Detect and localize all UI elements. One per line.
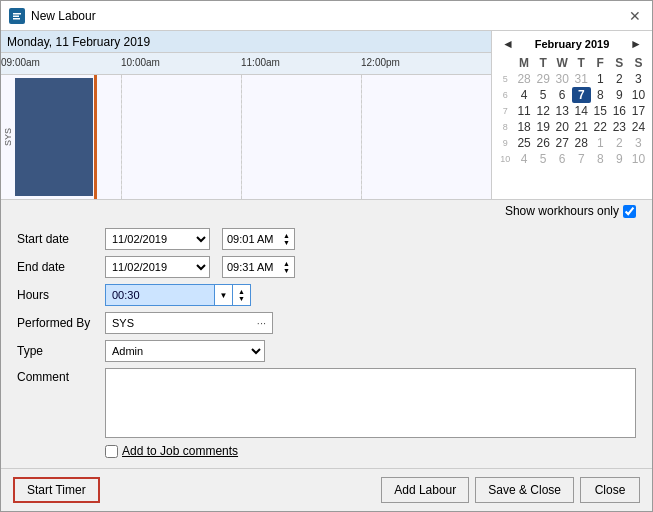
- start-timer-button[interactable]: Start Timer: [13, 477, 100, 503]
- calendar-day[interactable]: 21: [572, 119, 591, 135]
- calendar-day[interactable]: 8: [591, 151, 610, 167]
- calendar-day[interactable]: 12: [534, 103, 553, 119]
- calendar-day[interactable]: 3: [629, 71, 648, 87]
- calendar-day[interactable]: 9: [610, 87, 629, 103]
- calendar-day[interactable]: 24: [629, 119, 648, 135]
- calendar-day[interactable]: 17: [629, 103, 648, 119]
- performed-by-input[interactable]: SYS ···: [105, 312, 273, 334]
- calendar-day[interactable]: 14: [572, 103, 591, 119]
- svg-rect-1: [13, 13, 21, 15]
- calendar-day[interactable]: 2: [610, 135, 629, 151]
- calendar-day[interactable]: 28: [515, 71, 534, 87]
- calendar-area: ◄ February 2019 ► M T W T F S S: [492, 31, 652, 199]
- calendar-day[interactable]: 11: [515, 103, 534, 119]
- timeline-area: Monday, 11 February 2019 09:00am 10:00am…: [1, 31, 492, 199]
- calendar-day[interactable]: 1: [591, 71, 610, 87]
- add-labour-button[interactable]: Add Labour: [381, 477, 469, 503]
- comment-label: Comment: [17, 368, 97, 384]
- calendar-day[interactable]: 10: [629, 151, 648, 167]
- calendar-day[interactable]: 18: [515, 119, 534, 135]
- save-close-button[interactable]: Save & Close: [475, 477, 574, 503]
- day-header-s2: S: [629, 55, 648, 71]
- hours-label: Hours: [17, 288, 97, 302]
- form-area: Start date 11/02/2019 09:01 AM ▲ ▼ End d…: [1, 218, 652, 468]
- end-time-spinners: ▲ ▼: [283, 260, 290, 274]
- start-date-row: Start date 11/02/2019 09:01 AM ▲ ▼: [17, 228, 636, 250]
- add-to-job-label[interactable]: Add to Job comments: [122, 444, 238, 458]
- start-time-down-btn[interactable]: ▼: [283, 239, 290, 246]
- show-workhours-checkbox[interactable]: [623, 205, 636, 218]
- close-button[interactable]: ✕: [626, 7, 644, 25]
- timeline-body: SYS: [1, 75, 491, 199]
- week-number: 9: [496, 135, 515, 151]
- show-workhours-label[interactable]: Show workhours only: [505, 204, 640, 218]
- calendar-day[interactable]: 15: [591, 103, 610, 119]
- calendar-day[interactable]: 10: [629, 87, 648, 103]
- calendar-day[interactable]: 26: [534, 135, 553, 151]
- hours-dropdown-btn[interactable]: ▼: [215, 284, 233, 306]
- calendar-day[interactable]: 16: [610, 103, 629, 119]
- add-to-job-checkbox[interactable]: [105, 445, 118, 458]
- calendar-next-btn[interactable]: ►: [628, 37, 644, 51]
- calendar-day[interactable]: 28: [572, 135, 591, 151]
- calendar-day[interactable]: 30: [553, 71, 572, 87]
- calendar-day[interactable]: 4: [515, 87, 534, 103]
- start-time-spinners: ▲ ▼: [283, 232, 290, 246]
- end-time-down-btn[interactable]: ▼: [283, 267, 290, 274]
- performed-by-ellipsis: ···: [257, 317, 266, 329]
- calendar-day[interactable]: 1: [591, 135, 610, 151]
- calendar-day[interactable]: 8: [591, 87, 610, 103]
- hours-value: 00:30: [112, 289, 140, 301]
- hours-up-btn[interactable]: ▲: [238, 288, 245, 295]
- end-time-up-btn[interactable]: ▲: [283, 260, 290, 267]
- calendar-day[interactable]: 9: [610, 151, 629, 167]
- hours-down-btn[interactable]: ▼: [238, 295, 245, 302]
- bottom-bar: Start Timer Add Labour Save & Close Clos…: [1, 468, 652, 511]
- calendar-day[interactable]: 7: [572, 151, 591, 167]
- week-number: 10: [496, 151, 515, 167]
- svg-rect-3: [13, 18, 20, 20]
- calendar-day[interactable]: 25: [515, 135, 534, 151]
- calendar-day[interactable]: 19: [534, 119, 553, 135]
- day-header-f: F: [591, 55, 610, 71]
- week-number: 7: [496, 103, 515, 119]
- start-date-input[interactable]: 11/02/2019: [105, 228, 210, 250]
- performed-by-value: SYS: [112, 317, 134, 329]
- timeline-date-bar: Monday, 11 February 2019: [1, 31, 491, 53]
- hours-input-display[interactable]: 00:30: [105, 284, 215, 306]
- day-header-s1: S: [610, 55, 629, 71]
- calendar-day[interactable]: 6: [553, 151, 572, 167]
- day-header-w: W: [553, 55, 572, 71]
- comment-textarea[interactable]: [105, 368, 636, 438]
- calendar-day[interactable]: 31: [572, 71, 591, 87]
- end-date-input[interactable]: 11/02/2019: [105, 256, 210, 278]
- type-row: Type Admin Standard Overtime: [17, 340, 636, 362]
- calendar-day[interactable]: 23: [610, 119, 629, 135]
- calendar-day[interactable]: 5: [534, 151, 553, 167]
- show-workhours-row: Show workhours only: [1, 200, 652, 218]
- close-dialog-button[interactable]: Close: [580, 477, 640, 503]
- start-time-up-btn[interactable]: ▲: [283, 232, 290, 239]
- calendar-day[interactable]: 27: [553, 135, 572, 151]
- hour-1100: 11:00am: [241, 57, 280, 68]
- calendar-day[interactable]: 29: [534, 71, 553, 87]
- calendar-day[interactable]: 7: [572, 87, 591, 103]
- calendar-day[interactable]: 5: [534, 87, 553, 103]
- day-header-t2: T: [572, 55, 591, 71]
- calendar-prev-btn[interactable]: ◄: [500, 37, 516, 51]
- calendar-day[interactable]: 6: [553, 87, 572, 103]
- calendar-day[interactable]: 4: [515, 151, 534, 167]
- performed-by-row: Performed By SYS ···: [17, 312, 636, 334]
- hours-row: Hours 00:30 ▼ ▲ ▼: [17, 284, 636, 306]
- type-select[interactable]: Admin Standard Overtime: [105, 340, 265, 362]
- calendar-day[interactable]: 22: [591, 119, 610, 135]
- calendar-month-label: February 2019: [535, 38, 610, 50]
- labour-event-block[interactable]: [15, 78, 93, 196]
- calendar-day[interactable]: 3: [629, 135, 648, 151]
- start-date-label: Start date: [17, 232, 97, 246]
- calendar-day[interactable]: 13: [553, 103, 572, 119]
- hour-0900: 09:00am: [1, 57, 40, 68]
- calendar-day[interactable]: 20: [553, 119, 572, 135]
- title-bar-left: New Labour: [9, 8, 96, 24]
- calendar-day[interactable]: 2: [610, 71, 629, 87]
